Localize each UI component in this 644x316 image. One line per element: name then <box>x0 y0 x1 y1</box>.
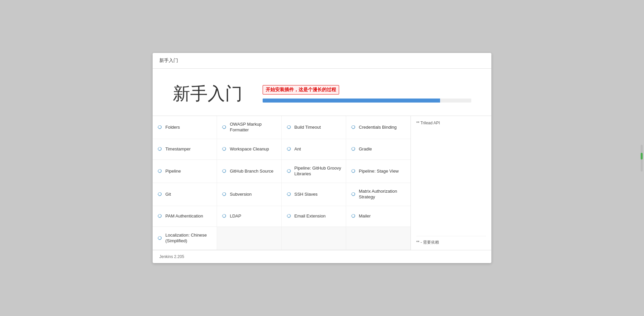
plugin-refresh-icon <box>286 213 292 219</box>
plugin-refresh-icon <box>221 146 227 152</box>
plugin-cell: Pipeline <box>153 160 217 183</box>
plugin-refresh-icon <box>221 124 227 130</box>
plugin-name-label: Folders <box>165 125 180 130</box>
plugin-refresh-icon <box>350 124 356 130</box>
progress-bar-container <box>263 99 471 103</box>
hero-subtitle: 开始安装插件，这是个漫长的过程 <box>263 85 339 94</box>
plugin-name-label: Subversion <box>230 192 252 197</box>
plugin-cell: SSH Slaves <box>282 183 346 206</box>
plugin-refresh-icon <box>157 146 163 152</box>
plugin-refresh-icon <box>157 124 163 130</box>
plugin-name-label: Git <box>165 192 171 197</box>
footer: Jenkins 2.205 <box>153 250 491 263</box>
plugin-cell: LDAP <box>217 206 281 227</box>
plugins-grid: Folders OWASP Markup Formatter Build Tim… <box>153 116 411 250</box>
plugin-cell: Build Timeout <box>282 116 346 139</box>
plugin-cell: Timestamper <box>153 139 217 160</box>
plugin-refresh-icon <box>350 146 356 152</box>
plugin-refresh-icon <box>350 213 356 219</box>
plugin-cell: Credentials Binding <box>346 116 411 139</box>
plugin-cell: Matrix Authorization Strategy <box>346 183 411 206</box>
plugin-name-label: Build Timeout <box>294 125 321 130</box>
plugin-refresh-icon <box>221 213 227 219</box>
plugin-refresh-icon <box>286 146 292 152</box>
plugin-cell: Pipeline: Stage View <box>346 160 411 183</box>
plugins-section: Folders OWASP Markup Formatter Build Tim… <box>153 116 491 250</box>
plugin-name-label: Ant <box>294 146 301 152</box>
plugin-name-label: Localization: Chinese (Simplified) <box>165 233 213 244</box>
plugin-name-label: Credentials Binding <box>359 125 397 130</box>
scrollbar-thumb[interactable] <box>641 153 643 160</box>
side-panel-bottom: ** - 需要依赖 <box>416 236 486 245</box>
progress-bar-fill <box>263 99 440 103</box>
plugin-cell-empty <box>282 227 346 250</box>
plugin-refresh-icon <box>157 168 163 174</box>
plugin-cell: Gradle <box>346 139 411 160</box>
plugin-cell: Email Extension <box>282 206 346 227</box>
plugin-refresh-icon <box>350 191 356 197</box>
plugin-refresh-icon <box>350 168 356 174</box>
plugin-name-label: Email Extension <box>294 213 326 219</box>
plugin-cell: Folders <box>153 116 217 139</box>
plugin-name-label: Gradle <box>359 146 372 152</box>
plugin-cell: GitHub Branch Source <box>217 160 281 183</box>
plugin-refresh-icon <box>221 168 227 174</box>
plugin-cell: OWASP Markup Formatter <box>217 116 281 139</box>
plugin-name-label: PAM Authentication <box>165 213 203 219</box>
plugin-name-label: SSH Slaves <box>294 192 318 197</box>
hero-title: 新手入门 <box>173 82 243 106</box>
plugin-cell: PAM Authentication <box>153 206 217 227</box>
plugin-cell: Git <box>153 183 217 206</box>
scrollbar[interactable] <box>641 145 643 172</box>
jenkins-version: Jenkins 2.205 <box>159 254 184 259</box>
header-title: 新手入门 <box>159 58 178 63</box>
header-bar: 新手入门 <box>153 53 491 69</box>
plugin-cell-empty <box>346 227 411 250</box>
hero-right: 开始安装插件，这是个漫长的过程 <box>263 85 471 103</box>
plugin-name-label: Timestamper <box>165 146 191 152</box>
side-panel-top: ** Trilead API <box>416 121 486 125</box>
plugin-refresh-icon <box>157 191 163 197</box>
plugin-name-label: Pipeline <box>165 169 181 174</box>
plugin-cell-empty <box>217 227 281 250</box>
main-window: 新手入门 新手入门 开始安装插件，这是个漫长的过程 Folders OWASP … <box>153 53 491 263</box>
plugin-name-label: Matrix Authorization Strategy <box>359 189 407 200</box>
plugin-cell: Subversion <box>217 183 281 206</box>
plugin-refresh-icon <box>286 168 292 174</box>
plugin-refresh-icon <box>221 191 227 197</box>
plugin-refresh-icon <box>286 124 292 130</box>
plugin-name-label: Workspace Cleanup <box>230 146 269 152</box>
plugin-name-label: OWASP Markup Formatter <box>230 122 277 133</box>
plugin-refresh-icon <box>286 191 292 197</box>
plugin-name-label: LDAP <box>230 213 241 219</box>
plugin-name-label: Pipeline: Stage View <box>359 169 399 174</box>
plugin-name-label: Pipeline: GitHub Groovy Libraries <box>294 166 342 177</box>
plugin-cell: Mailer <box>346 206 411 227</box>
plugin-cell: Pipeline: GitHub Groovy Libraries <box>282 160 346 183</box>
plugin-cell: Localization: Chinese (Simplified) <box>153 227 217 250</box>
plugin-name-label: Mailer <box>359 213 371 219</box>
side-panel: ** Trilead API ** - 需要依赖 <box>411 116 491 250</box>
plugin-cell: Workspace Cleanup <box>217 139 281 160</box>
plugin-refresh-icon <box>157 235 163 241</box>
plugin-name-label: GitHub Branch Source <box>230 169 273 174</box>
hero-section: 新手入门 开始安装插件，这是个漫长的过程 <box>153 69 491 116</box>
plugin-refresh-icon <box>157 213 163 219</box>
plugin-cell: Ant <box>282 139 346 160</box>
